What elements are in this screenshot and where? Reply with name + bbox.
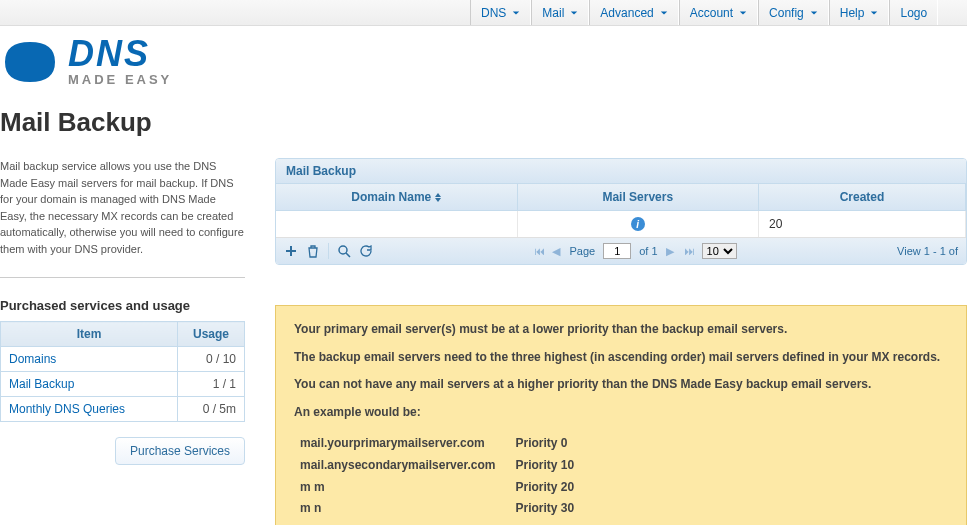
add-icon[interactable]: [284, 244, 298, 258]
notice-line: The backup email servers need to the thr…: [294, 350, 948, 366]
pager-view-label: View 1 - 1 of: [897, 245, 958, 257]
panel-title: Mail Backup: [276, 159, 966, 184]
logo-area: DNS MADE EASY: [0, 26, 967, 107]
search-icon[interactable]: [337, 244, 351, 258]
usage-table: Item Usage Domains0 / 10 Mail Backup1 / …: [0, 321, 245, 422]
logo-title: DNS: [68, 36, 172, 72]
usage-value: 0 / 10: [178, 347, 245, 372]
usage-value: 1 / 1: [178, 372, 245, 397]
table-row: Monthly DNS Queries0 / 5m: [1, 397, 245, 422]
refresh-icon[interactable]: [359, 244, 373, 258]
usage-value: 0 / 5m: [178, 397, 245, 422]
logo-subtitle: MADE EASY: [68, 72, 172, 87]
notice-line: Your primary email server(s) must be at …: [294, 322, 948, 338]
col-domain-name[interactable]: Domain Name: [276, 184, 518, 210]
pager-first-icon[interactable]: ⏮: [534, 246, 544, 256]
cell-created: 20: [759, 211, 966, 237]
usage-col-usage: Usage: [178, 322, 245, 347]
notice-box: Your primary email server(s) must be at …: [275, 305, 967, 525]
trash-icon[interactable]: [306, 244, 320, 258]
pager-page-input[interactable]: [603, 243, 631, 259]
table-row: Mail Backup1 / 1: [1, 372, 245, 397]
pager-page-label: Page: [570, 245, 596, 257]
pager-next-icon[interactable]: ▶: [666, 246, 676, 256]
example-table: mail.yourprimarymailserver.comPriority 0…: [294, 432, 590, 525]
notice-line: You can not have any mail servers at a h…: [294, 377, 948, 393]
cell-domain: [276, 211, 518, 237]
nav-config[interactable]: Config: [758, 0, 829, 25]
pager-pagesize-select[interactable]: 10: [702, 243, 737, 259]
col-created[interactable]: Created: [759, 184, 966, 210]
col-mail-servers[interactable]: Mail Servers: [518, 184, 760, 210]
nav-mail[interactable]: Mail: [531, 0, 589, 25]
nav-logout[interactable]: Logo: [889, 0, 938, 25]
info-icon[interactable]: i: [631, 217, 645, 231]
cell-servers: i: [518, 211, 760, 237]
page-title: Mail Backup: [0, 107, 967, 138]
table-row[interactable]: i 20: [276, 211, 966, 238]
svg-point-0: [339, 246, 347, 254]
logo: DNS MADE EASY: [0, 36, 967, 87]
notice-example-heading: An example would be:: [294, 405, 948, 421]
usage-item-link[interactable]: Mail Backup: [1, 372, 178, 397]
table-row: Domains0 / 10: [1, 347, 245, 372]
mail-backup-panel: Mail Backup Domain Name Mail Servers Cre…: [275, 158, 967, 265]
nav-dns[interactable]: DNS: [470, 0, 531, 25]
pager-last-icon[interactable]: ⏭: [684, 246, 694, 256]
pager-prev-icon[interactable]: ◀: [552, 246, 562, 256]
top-nav: DNS Mail Advanced Account Config Help Lo…: [0, 0, 967, 26]
usage-col-item: Item: [1, 322, 178, 347]
usage-item-link[interactable]: Domains: [1, 347, 178, 372]
nav-advanced[interactable]: Advanced: [589, 0, 678, 25]
usage-heading: Purchased services and usage: [0, 298, 245, 313]
grid-footer: ⏮ ◀ Page of 1 ▶ ⏭ 10 View 1 - 1 of: [276, 238, 966, 264]
nav-account[interactable]: Account: [679, 0, 758, 25]
pager-of-label: of 1: [639, 245, 657, 257]
purchase-services-button[interactable]: Purchase Services: [115, 437, 245, 465]
logo-swoosh-icon: [0, 37, 60, 87]
usage-item-link[interactable]: Monthly DNS Queries: [1, 397, 178, 422]
nav-help[interactable]: Help: [829, 0, 890, 25]
page-description: Mail backup service allows you use the D…: [0, 158, 245, 257]
